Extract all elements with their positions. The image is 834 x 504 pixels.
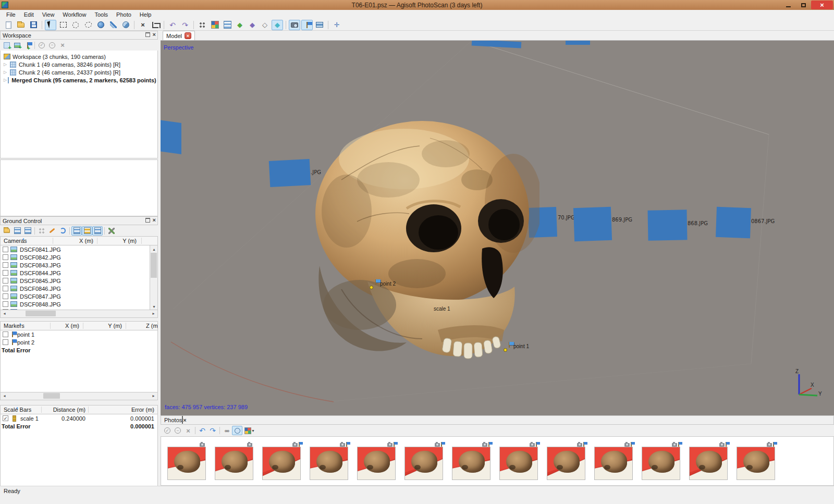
dense-cloud-view-button[interactable] xyxy=(209,20,220,30)
camera-plane[interactable] xyxy=(573,207,612,241)
scrollbar-thumb[interactable] xyxy=(151,253,157,278)
photo-thumbnail[interactable] xyxy=(357,440,396,485)
camera-plane[interactable] xyxy=(647,210,687,240)
camera-row[interactable]: DSCF0846.JPG xyxy=(1,285,157,292)
show-photos-button[interactable] xyxy=(314,20,325,30)
disable-item-button[interactable]: − xyxy=(47,41,57,50)
gc-export-button[interactable] xyxy=(12,226,22,236)
distance-column-header[interactable]: Distance (m) xyxy=(44,407,85,413)
undo-button[interactable]: ↶ xyxy=(167,20,178,30)
marker-checkbox[interactable] xyxy=(3,339,8,345)
scroll-down-arrow[interactable]: ▾ xyxy=(150,303,158,310)
show-markers-button[interactable] xyxy=(301,20,313,30)
column-separator[interactable] xyxy=(83,323,83,329)
add-marker-button[interactable] xyxy=(22,41,33,50)
gc-calculator-button[interactable] xyxy=(36,226,47,236)
gc-edit-table-toggle[interactable] xyxy=(71,226,82,236)
chunk-node[interactable]: ▷ Chunk 1 (49 cameras, 38246 points) [R] xyxy=(1,60,157,68)
thumbnail-image[interactable] xyxy=(357,447,396,480)
scroll-right-arrow[interactable]: ▸ xyxy=(150,310,157,317)
thumbnail-image[interactable] xyxy=(547,447,585,480)
expander-icon[interactable]: ▷ xyxy=(4,62,9,67)
photo-thumbnail[interactable] xyxy=(262,440,301,485)
x-column-header[interactable]: X (m) xyxy=(48,323,79,329)
photo-thumbnail[interactable] xyxy=(215,440,253,485)
error-column-header[interactable]: Error (m) xyxy=(118,407,154,413)
scrollbar-thumb[interactable] xyxy=(43,393,60,399)
float-panel-icon[interactable] xyxy=(145,218,150,223)
thumbnail-image[interactable] xyxy=(499,447,538,480)
thumbnail-image[interactable] xyxy=(262,447,301,480)
rectangle-selection-button[interactable] xyxy=(57,20,69,30)
marker-row[interactable]: point 1 xyxy=(1,330,157,338)
camera-checkbox[interactable] xyxy=(3,247,8,252)
viewport-marker-flag-icon[interactable] xyxy=(509,342,510,348)
add-chunk-button[interactable] xyxy=(2,41,12,50)
marker-checkbox[interactable] xyxy=(3,331,8,337)
camera-checkbox[interactable] xyxy=(3,293,8,299)
photo-thumbnail[interactable] xyxy=(499,440,538,485)
chunk-node-active[interactable]: ▷ Merged Chunk (95 cameras, 2 markers, 6… xyxy=(1,76,157,84)
camera-row[interactable]: DSCF0843.JPG xyxy=(1,261,157,269)
thumbnail-image[interactable] xyxy=(594,447,633,480)
close-panel-icon[interactable]: × xyxy=(153,32,156,37)
tab-model[interactable]: Model × xyxy=(163,31,195,40)
gc-update-button[interactable] xyxy=(57,226,68,236)
scroll-left-arrow[interactable]: ◂ xyxy=(1,392,8,399)
new-project-button[interactable] xyxy=(3,20,14,30)
marker-row[interactable]: point 2 xyxy=(1,338,157,346)
thumbnail-image[interactable] xyxy=(167,447,206,480)
camera-row[interactable]: DSCF0841.JPG xyxy=(1,245,157,253)
maximize-button[interactable] xyxy=(796,1,811,9)
gc-import-button[interactable] xyxy=(2,226,12,236)
viewport-marker-flag-icon[interactable] xyxy=(375,279,376,285)
menu-tools[interactable]: Tools xyxy=(90,11,112,18)
thumbnail-size-button[interactable]: ▾ xyxy=(242,426,257,435)
scalebar-row[interactable]: ✓ scale 1 0.240000 0.000001 xyxy=(1,414,157,422)
point-cloud-view-button[interactable] xyxy=(197,20,208,30)
scroll-right-arrow[interactable]: ▸ xyxy=(150,392,157,399)
rotate-right-button[interactable]: ↷ xyxy=(207,426,218,435)
save-project-button[interactable] xyxy=(28,20,39,30)
photo-thumbnail[interactable] xyxy=(547,440,585,485)
camera-plane[interactable] xyxy=(161,120,181,154)
remove-item-button[interactable]: × xyxy=(57,41,68,50)
marker-point-icon[interactable] xyxy=(504,348,507,352)
photo-thumbnail[interactable] xyxy=(737,440,775,485)
thumbnail-image[interactable] xyxy=(310,447,348,480)
cameras-vertical-scrollbar[interactable]: ▴ ▾ xyxy=(150,245,157,310)
camera-row[interactable]: DSCF0845.JPG xyxy=(1,277,157,285)
gc-save-table-button[interactable] xyxy=(22,226,33,236)
photo-thumbnail[interactable] xyxy=(642,440,680,485)
menu-file[interactable]: File xyxy=(2,11,20,18)
gc-error-table-toggle[interactable] xyxy=(82,226,92,236)
thumbnail-image[interactable] xyxy=(215,447,253,480)
photo-thumbnail[interactable] xyxy=(310,440,348,485)
close-panel-icon[interactable]: × xyxy=(153,218,156,223)
y-column-header[interactable]: Y (m) xyxy=(91,323,122,329)
crop-selection-button[interactable] xyxy=(150,20,161,30)
menu-photo[interactable]: Photo xyxy=(112,11,136,18)
photo-thumbnail[interactable] xyxy=(689,440,728,485)
scalebar-checkbox[interactable]: ✓ xyxy=(3,415,8,421)
camera-checkbox[interactable] xyxy=(3,254,8,260)
photos-view-mode-button[interactable] xyxy=(232,426,242,435)
solid-view-button[interactable]: ◆ xyxy=(247,20,258,30)
marker-point-icon[interactable] xyxy=(370,286,373,289)
minimize-button[interactable] xyxy=(781,1,796,9)
photos-remove-button[interactable]: × xyxy=(183,426,193,435)
cameras-horizontal-scrollbar[interactable]: ◂ ▸ xyxy=(0,310,158,318)
textured-view-button[interactable]: ◆ xyxy=(272,20,283,30)
rotate-left-button[interactable]: ↶ xyxy=(197,426,207,435)
photo-thumbnail[interactable] xyxy=(167,440,206,485)
thumbnail-image[interactable] xyxy=(404,447,443,480)
redo-button[interactable]: ↷ xyxy=(179,20,191,30)
camera-row[interactable]: DSCF0847.JPG xyxy=(1,292,157,300)
camera-plane[interactable] xyxy=(269,159,311,187)
move-region-button[interactable]: ✛ xyxy=(331,20,342,30)
mesh-grid-view-button[interactable] xyxy=(222,20,233,30)
scroll-up-arrow[interactable]: ▴ xyxy=(150,245,158,253)
navigation-tool-button[interactable] xyxy=(95,20,106,30)
photo-thumbnail[interactable] xyxy=(594,440,633,485)
enable-item-button[interactable]: ✓ xyxy=(36,41,47,50)
